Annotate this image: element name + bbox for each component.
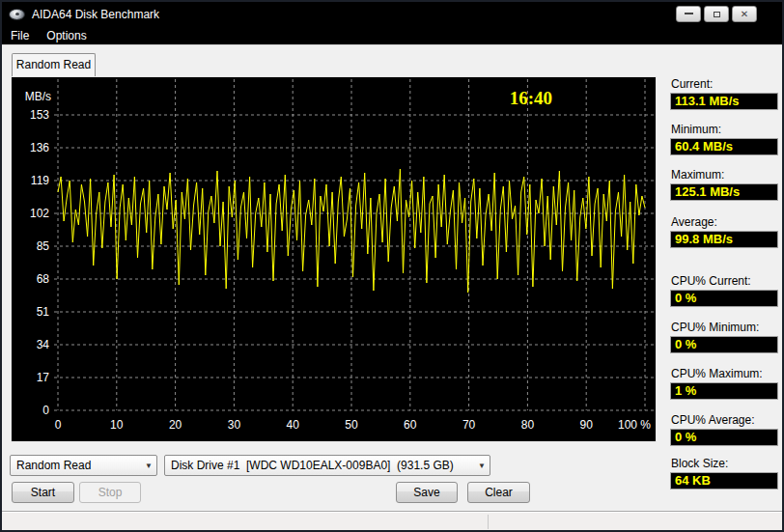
stat-value: 99.8 MB/s	[670, 231, 778, 248]
title-bar: AIDA64 Disk Benchmark	[2, 2, 782, 27]
drive-select-value: Disk Drive #1 [WDC WD10EALX-009BA0] (931…	[165, 459, 474, 472]
stat-value: 113.1 MB/s	[670, 93, 778, 110]
stop-button[interactable]: Stop	[79, 482, 141, 503]
benchmark-chart: 1531361191028568513417001020304050607080…	[11, 76, 657, 442]
menu-bar: File Options	[2, 27, 782, 45]
stat-value: 0 %	[670, 336, 778, 353]
svg-text:136: 136	[30, 141, 49, 154]
y-axis-unit-label: MB/s	[25, 90, 51, 103]
svg-text:119: 119	[31, 174, 49, 187]
svg-text:100 %: 100 %	[618, 418, 651, 432]
stat-label: Average:	[670, 215, 778, 230]
svg-text:153: 153	[30, 108, 49, 122]
svg-text:68: 68	[37, 272, 50, 286]
svg-text:0: 0	[55, 418, 62, 432]
close-icon: ✕	[741, 9, 748, 19]
stat-maximum: Maximum: 125.1 MB/s	[670, 168, 778, 201]
titlebar-buttons: ✕	[676, 6, 757, 22]
stat-value: 60.4 MB/s	[670, 138, 778, 155]
svg-text:17: 17	[37, 371, 50, 384]
stat-label: Minimum:	[670, 123, 778, 137]
minimize-button[interactable]	[676, 6, 701, 22]
tab-random-read[interactable]: Random Read	[12, 53, 96, 76]
svg-text:80: 80	[521, 418, 535, 432]
drive-select[interactable]: Disk Drive #1 [WDC WD10EALX-009BA0] (931…	[164, 455, 490, 476]
stat-value: 0 %	[670, 290, 778, 307]
stat-label: CPU% Current:	[670, 274, 778, 289]
stat-label: Block Size:	[670, 457, 778, 471]
stat-current: Current: 113.1 MB/s	[670, 77, 778, 110]
stat-label: CPU% Minimum:	[670, 321, 778, 335]
chevron-down-icon: ▼	[474, 462, 490, 470]
svg-text:70: 70	[462, 418, 476, 432]
benchmark-type-value: Random Read	[11, 459, 141, 472]
svg-text:10: 10	[110, 418, 124, 432]
stat-value: 0 %	[670, 429, 778, 446]
stat-value: 125.1 MB/s	[670, 183, 778, 201]
disk-icon	[9, 9, 25, 20]
svg-text:0: 0	[42, 404, 49, 417]
svg-text:40: 40	[287, 418, 300, 432]
save-button[interactable]: Save	[396, 482, 458, 503]
stat-label: Maximum:	[670, 168, 778, 182]
window-title: AIDA64 Disk Benchmark	[32, 8, 159, 21]
stat-label: CPU% Maximum:	[670, 367, 778, 381]
chart-canvas: 1531361191028568513417001020304050607080…	[12, 77, 656, 441]
svg-text:20: 20	[169, 418, 182, 432]
svg-text:51: 51	[37, 305, 50, 319]
app-window: AIDA64 Disk Benchmark ✕ File Options Ran…	[0, 0, 784, 532]
stat-value: 1 %	[670, 382, 778, 400]
svg-text:30: 30	[228, 418, 241, 432]
svg-text:85: 85	[37, 239, 50, 253]
stat-minimum: Minimum: 60.4 MB/s	[670, 123, 778, 155]
maximize-icon	[714, 12, 720, 17]
menu-item-file[interactable]: File	[2, 27, 38, 44]
svg-text:90: 90	[580, 418, 594, 432]
svg-text:60: 60	[404, 418, 417, 432]
minimize-icon	[685, 12, 693, 14]
stat-cpu-current: CPU% Current: 0 %	[670, 274, 778, 307]
status-bar-divider	[488, 515, 489, 529]
clear-button[interactable]: Clear	[467, 482, 530, 503]
stat-average: Average: 99.8 MB/s	[670, 215, 778, 248]
svg-text:50: 50	[345, 418, 358, 432]
svg-text:102: 102	[30, 207, 49, 220]
stat-block-size: Block Size: 64 KB	[670, 457, 778, 490]
maximize-button[interactable]	[704, 6, 729, 22]
stat-label: Current:	[670, 77, 778, 92]
close-button[interactable]: ✕	[732, 6, 757, 22]
svg-text:34: 34	[37, 338, 50, 351]
stat-label: CPU% Average:	[670, 413, 778, 428]
stat-cpu-average: CPU% Average: 0 %	[670, 413, 778, 446]
start-button[interactable]: Start	[12, 482, 74, 503]
menu-item-options[interactable]: Options	[38, 27, 95, 44]
status-bar	[2, 511, 782, 531]
chevron-down-icon: ▼	[141, 462, 156, 470]
stat-cpu-maximum: CPU% Maximum: 1 %	[670, 367, 778, 400]
stat-cpu-minimum: CPU% Minimum: 0 %	[670, 321, 778, 353]
benchmark-type-select[interactable]: Random Read ▼	[10, 455, 157, 476]
stat-value: 64 KB	[670, 472, 778, 490]
benchmark-clock: 16:40	[510, 88, 552, 108]
